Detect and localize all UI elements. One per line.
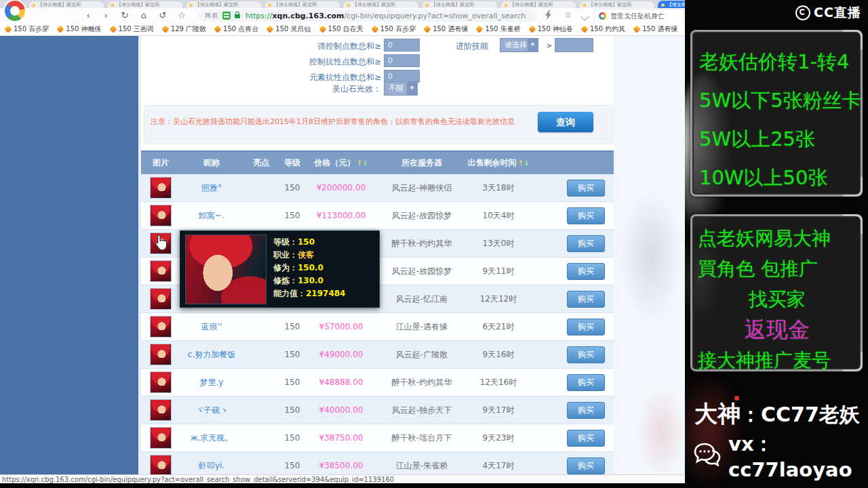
browser-tab[interactable]: 【倩女幽魂】藏宝阁 <box>264 1 340 8</box>
tooltip-stat-value: 侠客 <box>298 250 314 260</box>
bookmark-star-icon[interactable]: ☆ <box>175 8 189 22</box>
character-name-link[interactable]: 卸寓~. <box>180 210 243 222</box>
table-header-出售剩余时间[interactable]: 出售剩余时间↑↓ <box>467 157 530 169</box>
bookmark-item[interactable]: 150 灵吕仙 <box>267 24 311 34</box>
chevron-down-icon[interactable] <box>580 12 589 21</box>
buy-button[interactable]: 购买 <box>567 346 605 363</box>
reload-icon[interactable]: ↻ <box>118 8 132 22</box>
bookmark-item[interactable]: 150 百步穿 <box>372 24 416 34</box>
character-thumbnail[interactable] <box>150 260 172 282</box>
buy-button[interactable]: 购买 <box>567 180 605 197</box>
sort-asc-icon[interactable]: ↑ <box>357 159 362 167</box>
character-thumbnail[interactable] <box>150 177 172 199</box>
bookmark-item[interactable]: 150 遇有缘 <box>425 24 468 34</box>
sort-desc-icon[interactable]: ↓ <box>362 159 368 167</box>
sort-desc-icon[interactable]: ↓ <box>524 159 529 167</box>
character-thumbnail[interactable] <box>150 455 172 474</box>
character-thumbnail[interactable] <box>150 288 172 310</box>
hot-search-text[interactable]: 普里戈任坠机身亡 <box>610 12 665 21</box>
favorite-star-icon[interactable]: ☆ <box>561 8 575 22</box>
character-name-link[interactable]: 梦里.y <box>180 377 243 388</box>
bookmark-item[interactable]: 150 遇有缘 <box>634 24 677 34</box>
history-icon[interactable]: ↺ <box>156 8 170 22</box>
browser-tab[interactable]: 【倩女幽魂】藏宝阁 <box>28 1 104 8</box>
browser-tab[interactable]: 【倩女幽魂】藏宝阁 <box>186 1 262 8</box>
header-label: 所在服务器 <box>401 158 442 167</box>
status-url: https://xqn.cbg.163.com/cgi-bin/equipque… <box>2 476 394 483</box>
character-name-link[interactable]: c.努力加餐饭 <box>180 349 243 361</box>
price-info-panel: 老妖估价转1-转45W以下5张粉丝卡5W以上25张10W以上50张 <box>690 30 863 197</box>
bookmark-item[interactable]: 150 点将台 <box>215 24 258 34</box>
bookmark-item[interactable]: 150 百步穿 <box>5 24 49 34</box>
tooltip-stat-line: 等级：150 <box>273 237 315 248</box>
sort-icons[interactable]: ↑↓ <box>518 159 530 167</box>
character-thumbnail[interactable] <box>150 371 172 393</box>
browser-tab[interactable]: 【倩女幽魂】藏宝阁 <box>107 1 183 8</box>
browser-tab[interactable]: 【倩女幽魂】藏宝阁 <box>500 1 576 8</box>
buy-cell: 购买 <box>530 430 614 447</box>
forward-icon[interactable]: › <box>99 8 113 22</box>
browser-tab[interactable]: 【倩女幽魂】藏宝阁 <box>579 1 655 8</box>
character-thumbnail[interactable] <box>150 316 172 338</box>
time-cell: 9天16时 <box>467 349 530 361</box>
buy-button[interactable]: 购买 <box>567 207 605 224</box>
tooltip-stat-value: 130.0 <box>298 276 323 285</box>
home-icon[interactable]: ⌂ <box>137 8 151 22</box>
bookmark-item[interactable]: 150 三画词 <box>111 24 154 34</box>
bookmark-item[interactable]: 150 灼灼其 <box>582 24 625 34</box>
sort-asc-icon[interactable]: ↑ <box>518 159 524 167</box>
character-name-link[interactable]: 蓝痕'' <box>180 321 243 333</box>
address-bar[interactable]: 网易 https://xqn.cbg.163.com/cgi-bin/equip… <box>198 9 537 22</box>
browser-tab[interactable]: 【倩女幽魂】藏宝阁 <box>422 1 498 8</box>
buy-button[interactable]: 购买 <box>567 430 605 447</box>
tooltip-stat-label: 等级： <box>273 237 298 247</box>
bookmark-item[interactable]: 150 神雕侠 <box>58 24 101 34</box>
tooltip-stat-line: 修为：150.0 <box>273 262 323 274</box>
sort-icons[interactable]: ↑↓ <box>357 159 368 167</box>
buy-button[interactable]: 购买 <box>567 319 605 336</box>
tooltip-stat-value: 150 <box>298 237 315 247</box>
query-button[interactable]: 查询 <box>538 112 593 132</box>
status-bar: https://xqn.cbg.163.com/cgi-bin/equipque… <box>0 474 685 484</box>
bookmark-label: 150 灵吕仙 <box>275 24 311 34</box>
character-preview-tooltip: 等级：150职业：侠客修为：150.0修炼：130.0能力值：2197484 <box>180 230 380 308</box>
advanced-skill-select[interactable]: 请选择 ▼ <box>500 38 538 52</box>
bookmark-gem-icon <box>528 25 536 33</box>
tooltip-stat-label: 职业： <box>273 250 298 260</box>
character-name-link[interactable]: 照雅° <box>180 182 243 194</box>
bookmark-item[interactable]: 150 自在天 <box>320 24 363 34</box>
buy-button[interactable]: 购买 <box>567 458 605 474</box>
bookmark-item[interactable]: 150 神仙眷 <box>530 24 573 34</box>
buy-button[interactable]: 购买 <box>567 291 605 308</box>
character-thumbnail[interactable] <box>150 427 172 449</box>
search-engine-icon <box>599 12 606 20</box>
tab-favicon-icon <box>347 3 350 7</box>
character-thumbnail[interactable] <box>150 399 172 421</box>
character-thumbnail[interactable] <box>150 344 172 365</box>
buy-button[interactable]: 购买 <box>567 235 605 252</box>
character-name-link[interactable]: ж.求无视。 <box>180 432 243 444</box>
browser-logo-icon[interactable] <box>5 1 25 21</box>
bookmark-item[interactable]: 129 广陵散 <box>163 24 206 34</box>
bookmark-item[interactable]: 150 朱雀桥 <box>477 24 520 34</box>
buy-button[interactable]: 购买 <box>567 263 605 280</box>
back-icon[interactable]: ‹ <box>81 8 95 22</box>
table-header-价格（元）[interactable]: 价格（元）↑↓ <box>305 157 377 169</box>
flash-icon[interactable] <box>541 9 555 24</box>
character-name-link[interactable]: 虾叩yi. <box>180 460 243 472</box>
url-text[interactable]: https://xqn.cbg.163.com/cgi-bin/equipque… <box>245 12 526 20</box>
character-name-link[interactable]: ヾ子砚ヽ <box>180 405 243 416</box>
overlay-text-line: 找买家 <box>698 284 856 314</box>
advanced-skill-input[interactable] <box>555 38 593 52</box>
filter-input[interactable]: 0 <box>384 39 420 52</box>
advanced-skill-label: 进阶技能 <box>434 41 488 52</box>
tab-favicon-icon <box>583 3 586 7</box>
hot-search-box[interactable]: 普里戈任坠机身亡 <box>594 9 684 23</box>
buy-button[interactable]: 购买 <box>567 402 605 419</box>
bookmark-label: 150 三画词 <box>119 24 154 34</box>
filter-input[interactable]: 0 <box>384 54 420 67</box>
character-thumbnail[interactable] <box>150 205 172 226</box>
light-effect-select[interactable]: 不限 ▼ <box>384 81 418 96</box>
buy-button[interactable]: 购买 <box>567 374 605 391</box>
browser-tab[interactable]: 【倩女幽魂】藏宝阁 <box>343 1 419 8</box>
